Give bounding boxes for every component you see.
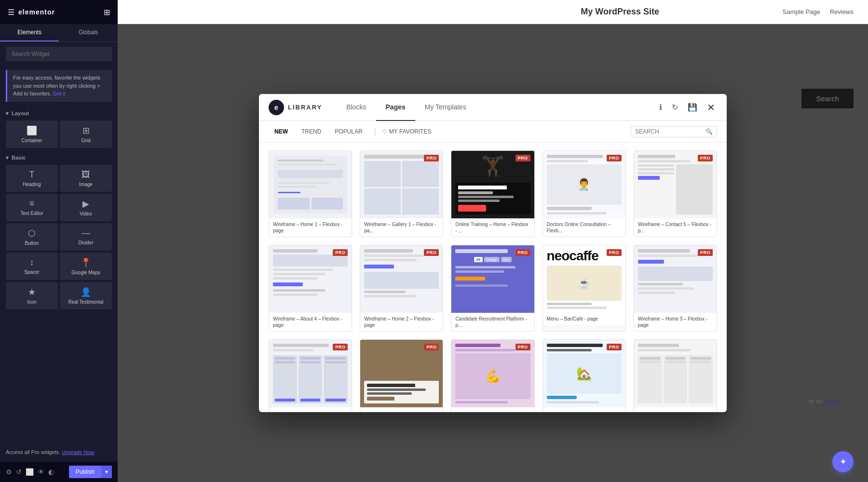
maps-icon: 📍 bbox=[81, 257, 91, 268]
divider-icon: — bbox=[81, 228, 90, 238]
template-card-14[interactable]: PRO 🏡 bbox=[542, 339, 626, 412]
template-card-7[interactable]: PRO bbox=[360, 245, 443, 332]
widget-icon[interactable]: ★ Icon bbox=[6, 282, 58, 309]
template-card-15[interactable] bbox=[634, 339, 717, 412]
publish-bar: ⚙ ↺ ⬜ 👁 ◐ Publish ▾ bbox=[0, 462, 118, 482]
template-thumb-7: PRO bbox=[360, 245, 443, 313]
template-thumb-3: PRO bbox=[451, 151, 534, 218]
widget-container[interactable]: ⬜ Container bbox=[6, 120, 58, 148]
template-card-5[interactable]: PRO bbox=[634, 150, 717, 237]
filter-trend[interactable]: TREND bbox=[296, 126, 327, 137]
template-thumb-9: PRO neocaffe ☕ bbox=[543, 245, 625, 313]
pro-upgrade-text: Access all Pro widgets. bbox=[6, 449, 62, 455]
widget-maps-label: Google Maps bbox=[71, 270, 100, 275]
widget-video[interactable]: ▶ Video bbox=[60, 194, 112, 221]
template-name-9: Menu – Bar/Cafe - page bbox=[543, 313, 625, 325]
info-button[interactable]: ℹ bbox=[657, 101, 664, 114]
logo-icon: e bbox=[269, 100, 284, 115]
responsive-icon[interactable]: ⬜ bbox=[26, 468, 34, 476]
publish-dropdown[interactable]: ▾ bbox=[101, 466, 112, 478]
widget-heading[interactable]: T Heading bbox=[6, 165, 58, 192]
template-name-14 bbox=[543, 407, 625, 412]
widget-icon-label: Icon bbox=[27, 299, 37, 305]
upgrade-now-link[interactable]: Upgrade Now bbox=[62, 449, 94, 455]
search-widget-input[interactable] bbox=[6, 47, 112, 61]
template-card-3[interactable]: PRO bbox=[451, 150, 534, 237]
site-title: My WordPress Site bbox=[457, 7, 782, 17]
layout-widgets: ⬜ Container ⊞ Grid bbox=[0, 119, 118, 150]
template-card-12[interactable]: PRO bbox=[360, 339, 443, 412]
close-modal-button[interactable]: ✕ bbox=[705, 100, 717, 115]
hamburger-icon[interactable]: ☰ bbox=[8, 8, 14, 17]
mode-icon[interactable]: ◐ bbox=[48, 468, 54, 476]
search-icon: 🔍 bbox=[705, 128, 713, 135]
pro-badge-10: PRO bbox=[698, 249, 713, 256]
spacer-icon: ↕ bbox=[30, 257, 34, 268]
template-grid-container[interactable]: Wireframe – Home 1 – Flexbox - page PRO bbox=[259, 143, 727, 412]
pro-badge-11: PRO bbox=[333, 344, 348, 350]
widget-video-label: Video bbox=[80, 211, 92, 216]
grid-icon[interactable]: ⊞ bbox=[104, 8, 110, 17]
template-card-2[interactable]: PRO bbox=[360, 150, 443, 237]
pro-badge-7: PRO bbox=[424, 249, 439, 256]
filter-bar: NEW TREND POPULAR | ♡ MY FAVORITES 🔍 bbox=[259, 121, 727, 143]
preview-icon[interactable]: 👁 bbox=[38, 468, 44, 476]
widget-image-label: Image bbox=[79, 182, 93, 187]
template-card-13[interactable]: PRO 💪 bbox=[451, 339, 534, 412]
hint-link[interactable]: Got it bbox=[53, 91, 66, 96]
template-card-8[interactable]: PRO All Design Dev bbox=[451, 245, 534, 332]
template-card-10[interactable]: PRO bbox=[634, 245, 717, 332]
widget-divider[interactable]: — Divider bbox=[60, 223, 112, 251]
widget-button[interactable]: ⬡ Button bbox=[6, 223, 58, 251]
template-thumb-4: PRO 👨‍⚕️ bbox=[543, 151, 625, 218]
history-icon[interactable]: ↺ bbox=[16, 468, 22, 476]
widget-google-maps[interactable]: 📍 Google Maps bbox=[60, 253, 112, 280]
publish-icons: ⚙ ↺ ⬜ 👁 ◐ bbox=[6, 468, 54, 476]
pro-badge-5: PRO bbox=[698, 155, 713, 161]
pro-badge-13: PRO bbox=[515, 344, 530, 350]
template-name-10: Wireframe – Home 3 – Flexbox - page bbox=[634, 313, 717, 331]
template-card-4[interactable]: PRO 👨‍⚕️ Doctors Online Consultation – F… bbox=[542, 150, 626, 237]
sidebar-tab-globals[interactable]: Globals bbox=[59, 24, 118, 41]
pro-badge-6: PRO bbox=[333, 249, 348, 256]
elementor-fab[interactable]: ✦ bbox=[832, 451, 854, 472]
main-content: Search ts er on Hello e LIBRARY Blocks P… bbox=[118, 24, 868, 482]
section-layout: Layout bbox=[0, 106, 118, 119]
template-card-6[interactable]: PRO bbox=[269, 245, 352, 332]
template-search-input[interactable] bbox=[635, 128, 703, 135]
template-card-11[interactable]: PRO bbox=[269, 339, 352, 412]
modal-tab-pages[interactable]: Pages bbox=[376, 94, 415, 121]
top-bar-nav: Sample Page Reviews bbox=[783, 8, 854, 15]
reviews-link[interactable]: Reviews bbox=[830, 8, 854, 15]
save-button[interactable]: 💾 bbox=[686, 101, 699, 114]
image-icon: 🖼 bbox=[81, 170, 90, 180]
widget-spacer[interactable]: ↕ Spacer bbox=[6, 253, 58, 280]
template-name-7: Wireframe – Home 2 – Flexbox - page bbox=[360, 313, 443, 331]
settings-icon[interactable]: ⚙ bbox=[6, 468, 12, 476]
publish-button[interactable]: Publish bbox=[69, 466, 101, 478]
section-basic: Basic bbox=[0, 150, 118, 163]
container-icon: ⬜ bbox=[27, 125, 37, 136]
widget-image[interactable]: 🖼 Image bbox=[60, 165, 112, 192]
sidebar-title: elementor bbox=[18, 8, 55, 16]
widget-grid[interactable]: ⊞ Grid bbox=[60, 120, 112, 148]
widget-spacer-label: Spacer bbox=[24, 269, 40, 275]
grid-widget-icon: ⊞ bbox=[82, 125, 90, 136]
template-thumb-15 bbox=[634, 340, 717, 407]
logo-text: LIBRARY bbox=[288, 104, 322, 111]
template-card-9[interactable]: PRO neocaffe ☕ Menu – Bar/Cafe - page bbox=[542, 245, 626, 332]
favorites-button[interactable]: ♡ MY FAVORITES bbox=[382, 128, 432, 135]
sidebar-tab-elements[interactable]: Elements bbox=[0, 24, 59, 41]
modal-tab-blocks[interactable]: Blocks bbox=[337, 94, 376, 121]
refresh-button[interactable]: ↻ bbox=[670, 101, 680, 114]
modal-tab-my-templates[interactable]: My Templates bbox=[415, 94, 476, 121]
filter-new[interactable]: NEW bbox=[269, 126, 294, 137]
sidebar-header: ☰ elementor ⊞ bbox=[0, 0, 118, 24]
widget-divider-label: Divider bbox=[78, 240, 93, 245]
filter-popular[interactable]: POPULAR bbox=[329, 126, 368, 137]
template-card-1[interactable]: Wireframe – Home 1 – Flexbox - page bbox=[269, 150, 352, 237]
sample-page-link[interactable]: Sample Page bbox=[783, 8, 820, 15]
widget-real-testimonial[interactable]: 👤 Real Testimonial bbox=[60, 282, 112, 309]
widget-text-editor[interactable]: ≡ Text Editor bbox=[6, 194, 58, 221]
template-thumb-14: PRO 🏡 bbox=[543, 340, 625, 407]
